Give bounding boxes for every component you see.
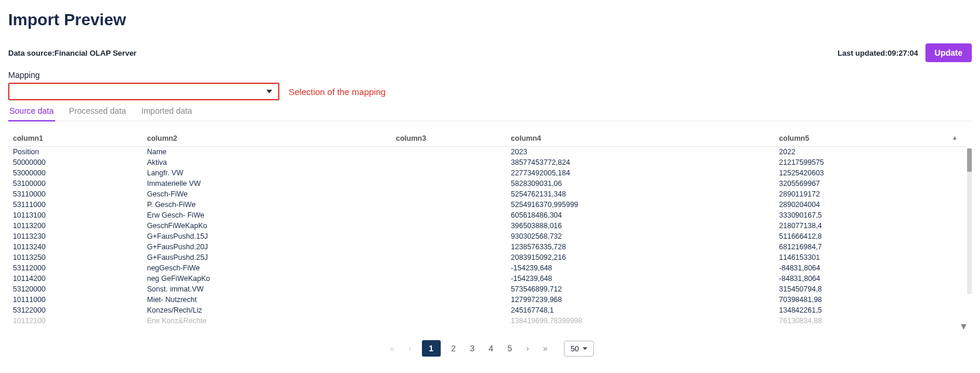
table-cell: G+FausPushd.15J [142, 231, 391, 242]
table-row[interactable]: PositionName20232022 [8, 147, 966, 158]
table-row[interactable]: 53111000P. Gesch-FiWe5254916370,99599928… [8, 199, 966, 210]
data-table: column1 column2 column3 column4 column5▲… [8, 131, 966, 326]
update-button[interactable]: Update [925, 43, 972, 62]
pagination-next[interactable]: › [523, 341, 533, 355]
table-row[interactable]: 53100000Immaterielle VW5828309031,063205… [8, 178, 966, 189]
tab-processed-data[interactable]: Processed data [68, 103, 127, 121]
table-cell: 12525420603 [775, 168, 966, 178]
pagination-page-3[interactable]: 3 [467, 341, 478, 355]
table-row[interactable]: 53000000Langfr. VW22773492005,1841252542… [8, 168, 966, 178]
page-size-select[interactable]: 50 [564, 341, 593, 357]
table-cell: neg GeFiWeKapKo [142, 273, 391, 284]
table-cell: 315450794,8 [775, 284, 966, 294]
table-row[interactable]: 10113100Erw Gesch- FiWe605618486,3043330… [8, 210, 966, 221]
table-row[interactable]: 10113240G+FausPushd.20J1238576335,728681… [8, 242, 966, 252]
sort-up-icon[interactable]: ▲ [952, 134, 961, 141]
table-cell: 605618486,304 [506, 210, 775, 221]
table-wrap: column1 column2 column3 column4 column5▲… [8, 131, 972, 326]
table-row[interactable]: 10111000Miet- Nutzrecht127997239,9687039… [8, 294, 966, 305]
table-row[interactable]: 53122000Konzes/Rech/Liz245167748,1134842… [8, 305, 966, 316]
table-cell: 53000000 [8, 168, 142, 178]
table-row[interactable]: 10113230G+FausPushd.15J930302568,7325116… [8, 231, 966, 242]
table-cell: -84831,8064 [775, 263, 966, 273]
pagination-page-2[interactable]: 2 [448, 341, 459, 355]
table-cell: 70398481,98 [775, 294, 966, 305]
table-row[interactable]: 10113200GeschFiWeKapKo396503888,01621807… [8, 221, 966, 231]
tabs: Source data Processed data Imported data [8, 103, 972, 121]
mapping-select[interactable] [8, 83, 279, 100]
table-cell: Name [142, 147, 391, 158]
table-cell: -84831,8064 [775, 273, 966, 284]
table-cell: 38577453772,824 [506, 157, 775, 168]
table-cell: 10111000 [8, 294, 142, 305]
vertical-scrollbar[interactable] [967, 148, 972, 294]
table-cell: Konzes/Rech/Liz [142, 305, 391, 316]
table-row[interactable]: 10112100Erw Konz&Rechte138419699,7839999… [8, 316, 966, 326]
tab-imported-data[interactable]: Imported data [140, 103, 193, 121]
table-cell: 10112100 [8, 316, 142, 326]
table-cell: 245167748,1 [506, 305, 775, 316]
table-row[interactable]: 10114200neg GeFiWeKapKo-154239,648-84831… [8, 273, 966, 284]
column-header-5[interactable]: column5▲ [775, 131, 966, 147]
table-row[interactable]: 50000000Aktiva38577453772,82421217599575 [8, 157, 966, 168]
table-cell [391, 252, 506, 263]
header-right: Last updated:09:27:04 Update [837, 43, 972, 62]
pagination-page-1[interactable]: 1 [422, 340, 441, 357]
table-cell [391, 263, 506, 273]
pagination-page-5[interactable]: 5 [504, 341, 516, 355]
table-cell: Sonst. immat.VW [142, 284, 391, 294]
table-row[interactable]: 53120000Sonst. immat.VW573546899,7123154… [8, 284, 966, 294]
table-cell: Erw Gesch- FiWe [142, 210, 391, 221]
pagination-page-4[interactable]: 4 [485, 341, 497, 355]
table-cell: 10113100 [8, 210, 142, 221]
scrollbar-thumb[interactable] [967, 148, 972, 172]
table-cell: 21217599575 [775, 157, 966, 168]
table-cell: 53120000 [8, 284, 142, 294]
table-cell [391, 316, 506, 326]
table-cell: 127997239,968 [506, 294, 775, 305]
table-cell [391, 168, 506, 178]
table-cell: Miet- Nutzrecht [142, 294, 391, 305]
table-cell: 396503888,016 [506, 221, 775, 231]
pagination-first[interactable]: « [386, 341, 398, 355]
page-size-value: 50 [570, 344, 579, 353]
table-cell: Gesch-FiWe [142, 189, 391, 199]
table-cell: 76130834,88 [775, 316, 966, 326]
header-row: Data source:Financial OLAP Server Last u… [8, 43, 972, 62]
table-cell [391, 210, 506, 221]
table-cell: 53112000 [8, 263, 142, 273]
column-header-4[interactable]: column4 [506, 131, 775, 147]
table-row[interactable]: 53112000negGesch-FiWe-154239,648-84831,8… [8, 263, 966, 273]
table-row[interactable]: 10113250G+FausPushd.25J2083915092,216114… [8, 252, 966, 263]
tab-source-data[interactable]: Source data [8, 103, 55, 121]
table-cell: G+FausPushd.20J [142, 242, 391, 252]
table-cell: 333090167,5 [775, 210, 966, 221]
data-source-label: Data source: [8, 49, 55, 57]
mapping-annotation: Selection of the mapping [289, 87, 386, 97]
table-cell [391, 305, 506, 316]
column-header-3[interactable]: column3 [391, 131, 506, 147]
pagination-last[interactable]: » [539, 341, 551, 355]
table-row[interactable]: 53110000Gesch-FiWe5254762131,34828901191… [8, 189, 966, 199]
table-cell [391, 189, 506, 199]
column-header-2[interactable]: column2 [142, 131, 391, 147]
mapping-row: Selection of the mapping [8, 83, 972, 100]
table-cell: 53111000 [8, 199, 142, 210]
table-cell [391, 273, 506, 284]
table-cell: 10113230 [8, 231, 142, 242]
mapping-label: Mapping [8, 70, 972, 80]
table-cell [391, 284, 506, 294]
column-header-1[interactable]: column1 [8, 131, 142, 147]
pagination-prev[interactable]: ‹ [405, 341, 415, 355]
table-cell: 681216984,7 [775, 242, 966, 252]
table-cell: 138419699,78399998 [506, 316, 775, 326]
table-cell: 930302568,732 [506, 231, 775, 242]
table-cell: Aktiva [142, 157, 391, 168]
last-updated: Last updated:09:27:04 [837, 48, 918, 58]
data-source: Data source:Financial OLAP Server [8, 48, 137, 58]
table-cell: Langfr. VW [142, 168, 391, 178]
pagination: « ‹ 1 2 3 4 5 › » 50 [8, 340, 972, 357]
table-cell: 2890204004 [775, 199, 966, 210]
table-cell: 5254916370,995999 [506, 199, 775, 210]
table-cell: 53110000 [8, 189, 142, 199]
